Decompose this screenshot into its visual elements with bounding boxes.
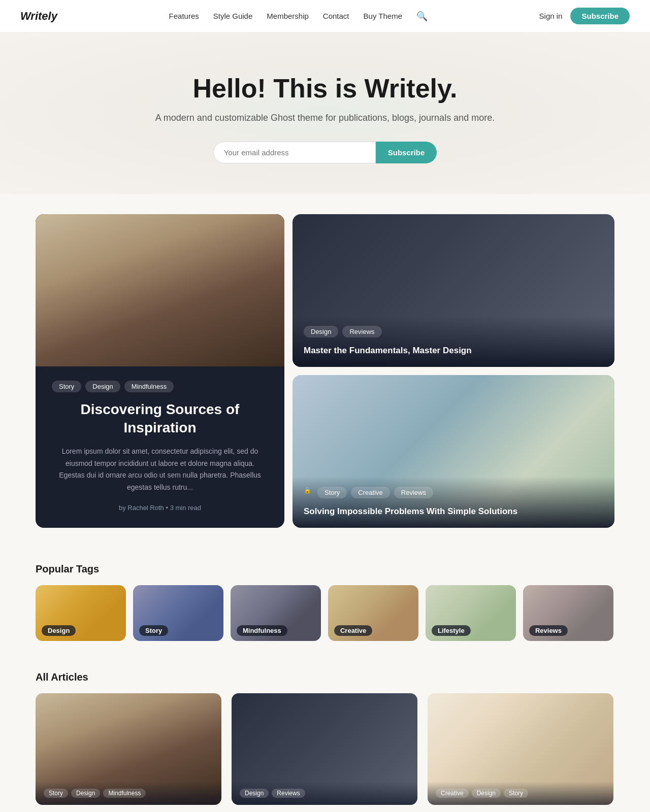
navbar: Writely Features Style Guide Membership … [0,0,650,32]
featured-card-1[interactable]: Design Reviews Master the Fundamentals, … [292,214,614,367]
card2-tag-story[interactable]: Story [317,487,347,498]
article-card-3[interactable]: Creative Design Story [428,693,613,805]
featured-section: Story Design Mindfulness Discovering Sou… [0,194,650,548]
article-2-tags: Design Reviews [240,789,409,798]
tag-card-mindfulness[interactable]: Mindfulness [231,585,321,641]
card1-tag-design[interactable]: Design [304,326,338,337]
email-input[interactable] [213,142,376,163]
article-1-overlay: Story Design Mindfulness [36,782,221,805]
hero-subscribe-button[interactable]: Subscribe [376,142,437,163]
featured-main-meta: by Rachel Roth • 3 min read [52,504,268,512]
nav-buy-theme[interactable]: Buy Theme [364,12,402,20]
nav-contact[interactable]: Contact [323,12,349,20]
a1-tag-design[interactable]: Design [71,789,100,798]
featured-main-body: Story Design Mindfulness Discovering Sou… [36,366,284,528]
popular-tags-section: Popular Tags Design Story Mindfulness Cr… [0,548,650,656]
featured-card-2-tags: 🔒 Story Creative Reviews [304,487,603,498]
featured-card-2-title: Solving Impossible Problems With Simple … [304,506,603,517]
featured-right: Design Reviews Master the Fundamentals, … [292,214,614,528]
article-card-1[interactable]: Story Design Mindfulness [36,693,221,805]
hero-title: Hello! This is Writely. [20,73,630,104]
tag-card-reviews[interactable]: Reviews [523,585,613,641]
all-articles-section: All Articles Story Design Mindfulness De… [0,656,650,812]
featured-main-image [36,214,284,366]
article-1-tags: Story Design Mindfulness [44,789,213,798]
tag-design[interactable]: Design [85,381,120,392]
tag-reviews-label: Reviews [529,625,568,636]
a3-tag-creative[interactable]: Creative [436,789,469,798]
hero-section: Hello! This is Writely. A modern and cus… [0,32,650,194]
featured-card-2-overlay: 🔒 Story Creative Reviews Solving Impossi… [292,477,614,528]
lock-icon: 🔒 [304,487,311,498]
search-button[interactable]: 🔍 [416,11,428,22]
tags-grid: Design Story Mindfulness Creative Lifest… [36,585,614,641]
card2-tag-reviews[interactable]: Reviews [394,487,433,498]
article-3-overlay: Creative Design Story [428,782,613,805]
a1-tag-story[interactable]: Story [44,789,68,798]
featured-card-1-title: Master the Fundamentals, Master Design [304,346,603,356]
a2-tag-design[interactable]: Design [240,789,269,798]
featured-main-card[interactable]: Story Design Mindfulness Discovering Sou… [36,214,284,528]
featured-main-tags: Story Design Mindfulness [52,381,268,392]
tag-mindfulness[interactable]: Mindfulness [124,381,174,392]
a3-tag-design[interactable]: Design [472,789,501,798]
nav-style-guide[interactable]: Style Guide [213,12,253,20]
hero-subtitle: A modern and customizable Ghost theme fo… [20,113,630,123]
tag-lifestyle-label: Lifestyle [432,625,471,636]
nav-subscribe-button[interactable]: Subscribe [570,8,630,24]
featured-card-1-tags: Design Reviews [304,326,603,337]
nav-logo[interactable]: Writely [20,10,57,23]
search-icon: 🔍 [416,11,428,21]
tag-story[interactable]: Story [52,381,81,392]
hero-form: Subscribe [20,142,630,163]
tag-card-lifestyle[interactable]: Lifestyle [426,585,516,641]
tag-card-story[interactable]: Story [133,585,223,641]
tag-card-creative[interactable]: Creative [328,585,418,641]
article-card-2[interactable]: Design Reviews [232,693,417,805]
nav-features[interactable]: Features [169,12,199,20]
card2-tag-creative[interactable]: Creative [351,487,389,498]
tag-story-label: Story [139,625,168,636]
featured-author: by Rachel Roth [119,504,164,512]
nav-membership[interactable]: Membership [267,12,309,20]
featured-separator: • [166,504,170,512]
featured-card-1-overlay: Design Reviews Master the Fundamentals, … [292,316,614,367]
nav-right: Sign in Subscribe [539,8,630,24]
signin-link[interactable]: Sign in [539,12,563,20]
featured-read-time: 3 min read [170,504,201,512]
tag-card-design[interactable]: Design [36,585,126,641]
a1-tag-mindfulness[interactable]: Mindfulness [103,789,146,798]
featured-card-2[interactable]: 🔒 Story Creative Reviews Solving Impossi… [292,375,614,528]
articles-grid: Story Design Mindfulness Design Reviews … [36,693,614,805]
tag-mindfulness-label: Mindfulness [237,625,287,636]
nav-links: Features Style Guide Membership Contact … [169,11,428,22]
featured-main-title: Discovering Sources of Inspiration [52,400,268,437]
article-2-overlay: Design Reviews [232,782,417,805]
a2-tag-reviews[interactable]: Reviews [272,789,305,798]
popular-tags-title: Popular Tags [36,563,614,575]
featured-main-excerpt: Lorem ipsum dolor sit amet, consectetur … [52,446,268,494]
card1-tag-reviews[interactable]: Reviews [342,326,381,337]
a3-tag-story[interactable]: Story [504,789,528,798]
article-3-tags: Creative Design Story [436,789,605,798]
tag-design-label: Design [42,625,76,636]
tag-creative-label: Creative [334,625,372,636]
all-articles-title: All Articles [36,671,614,683]
